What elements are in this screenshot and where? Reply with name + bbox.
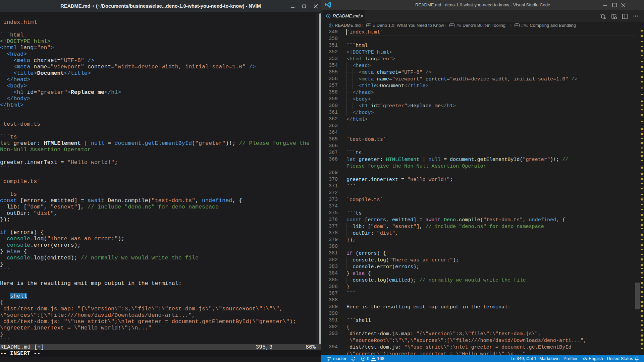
svg-text:abc: abc — [450, 24, 454, 26]
svg-text:abc: abc — [515, 24, 519, 26]
svg-text:abc: abc — [367, 24, 371, 26]
